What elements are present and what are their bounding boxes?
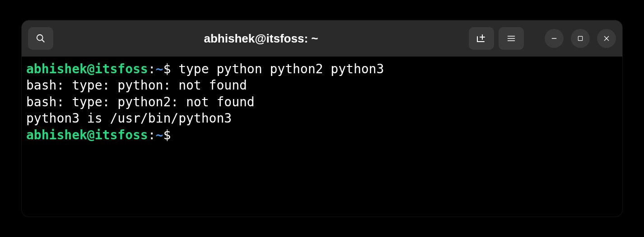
command-text: type python python2 python3 bbox=[171, 62, 384, 76]
prompt-cwd: ~ bbox=[156, 62, 163, 76]
prompt-dollar: $ bbox=[163, 128, 171, 142]
prompt-colon: : bbox=[148, 128, 156, 142]
minimize-icon bbox=[551, 35, 558, 42]
close-button[interactable] bbox=[597, 29, 616, 48]
terminal-output: python3 is /usr/bin/python3 bbox=[26, 110, 618, 127]
window-title: abhishek@itsfoss: ~ bbox=[58, 32, 464, 46]
maximize-icon bbox=[577, 35, 583, 42]
terminal-line: abhishek@itsfoss:~$ bbox=[26, 127, 618, 143]
terminal-body[interactable]: abhishek@itsfoss:~$ type python python2 … bbox=[22, 57, 622, 148]
svg-rect-8 bbox=[578, 36, 582, 40]
prompt-colon: : bbox=[148, 62, 156, 76]
search-icon bbox=[36, 33, 46, 43]
prompt-user-host: abhishek@itsfoss bbox=[26, 128, 148, 142]
minimize-button[interactable] bbox=[545, 29, 564, 48]
svg-line-1 bbox=[42, 40, 45, 43]
prompt-cwd: ~ bbox=[156, 128, 163, 142]
prompt-dollar: $ bbox=[163, 62, 171, 76]
svg-point-0 bbox=[37, 35, 43, 41]
terminal-line: abhishek@itsfoss:~$ type python python2 … bbox=[26, 61, 618, 77]
terminal-output: bash: type: python: not found bbox=[26, 77, 618, 94]
search-button[interactable] bbox=[28, 27, 53, 50]
prompt-user-host: abhishek@itsfoss bbox=[26, 62, 148, 76]
close-icon bbox=[603, 35, 610, 42]
titlebar: abhishek@itsfoss: ~ bbox=[22, 20, 622, 57]
new-tab-button[interactable] bbox=[469, 27, 494, 50]
maximize-button[interactable] bbox=[571, 29, 590, 48]
menu-button[interactable] bbox=[499, 27, 524, 50]
hamburger-icon bbox=[507, 34, 516, 43]
terminal-output: bash: type: python2: not found bbox=[26, 94, 618, 110]
terminal-window: abhishek@itsfoss: ~ bbox=[22, 20, 622, 217]
command-text bbox=[171, 128, 178, 142]
new-tab-icon bbox=[476, 33, 487, 44]
